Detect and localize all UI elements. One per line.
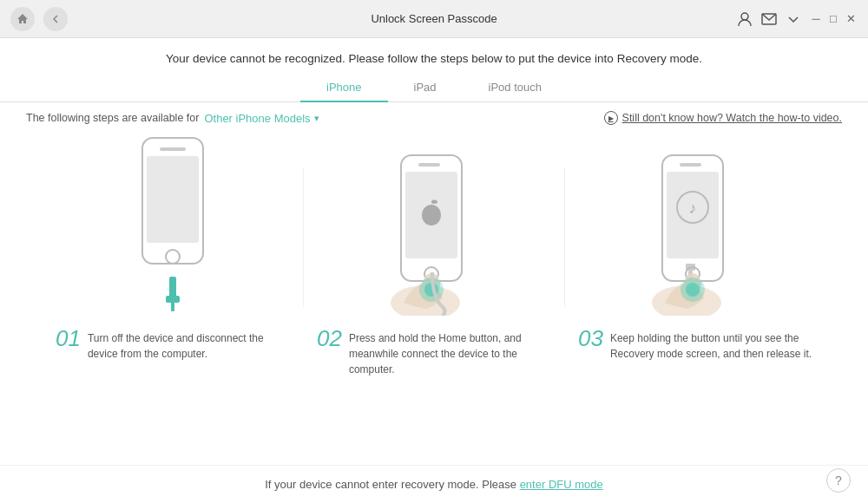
- step1-illustration: [134, 142, 212, 316]
- svg-rect-4: [147, 156, 199, 243]
- titlebar: Unlock Screen Passcode ─ □ ✕: [0, 0, 868, 38]
- step3-text: Keep holding the button until you see th…: [610, 327, 812, 362]
- step1-text: Turn off the device and disconnect the d…: [88, 327, 290, 362]
- footer-prefix: If your device cannot enter recovery mod…: [265, 478, 516, 491]
- subheader-prefix: The following steps are available for: [26, 112, 199, 124]
- window-title: Unlock Screen Passcode: [371, 12, 496, 25]
- model-label: Other iPhone Models: [204, 112, 310, 125]
- watch-video-text: Still don't know how? Watch the how-to v…: [622, 112, 842, 124]
- dfu-mode-link[interactable]: enter DFU mode: [520, 478, 603, 491]
- step3-desc: 03 Keep holding the button until you see…: [574, 327, 817, 362]
- minimize-button[interactable]: ─: [809, 12, 823, 26]
- svg-rect-10: [418, 163, 440, 167]
- tab-ipod[interactable]: iPod touch: [463, 74, 568, 102]
- svg-rect-19: [680, 163, 701, 167]
- play-icon: ▶: [604, 111, 618, 125]
- svg-point-29: [686, 283, 700, 297]
- svg-text:♪: ♪: [689, 199, 697, 217]
- model-selector[interactable]: Other iPhone Models ▾: [204, 112, 319, 125]
- tab-ipad[interactable]: iPad: [388, 74, 463, 102]
- help-button[interactable]: ?: [826, 468, 851, 493]
- step1-cable-svg: [155, 277, 190, 316]
- step2-illustration: [378, 142, 490, 316]
- step3-number: 03: [578, 327, 603, 349]
- svg-point-0: [741, 13, 748, 20]
- step2-number: 02: [317, 327, 342, 349]
- user-icon[interactable]: [736, 10, 753, 28]
- step1-number: 01: [56, 327, 81, 349]
- svg-rect-3: [160, 147, 186, 151]
- tab-iphone[interactable]: iPhone: [300, 74, 387, 102]
- step2-text: Press and hold the Home button, and mean…: [349, 327, 551, 377]
- titlebar-left: [10, 7, 68, 31]
- mail-icon[interactable]: [760, 10, 778, 28]
- dropdown-icon[interactable]: [785, 10, 802, 28]
- model-chevron: ▾: [314, 113, 319, 124]
- main-content: Your device cannot be recognized. Please…: [0, 38, 868, 503]
- step2-cable-svg: [425, 272, 451, 316]
- notice-bar: Your device cannot be recognized. Please…: [0, 38, 868, 74]
- close-button[interactable]: ✕: [844, 12, 858, 26]
- titlebar-right: ─ □ ✕: [736, 10, 858, 28]
- step3-hand-svg: [639, 246, 734, 316]
- step1-phone-svg: [134, 134, 212, 277]
- sub-header: The following steps are available for Ot…: [0, 102, 868, 134]
- step-1: 01 Turn off the device and disconnect th…: [43, 142, 303, 362]
- svg-rect-6: [169, 277, 176, 298]
- step-2: 02 Press and hold the Home button, and m…: [304, 142, 564, 377]
- back-button[interactable]: [43, 7, 68, 31]
- step2-desc: 02 Press and hold the Home button, and m…: [312, 327, 556, 377]
- maximize-button[interactable]: □: [826, 12, 840, 26]
- steps-area: 01 Turn off the device and disconnect th…: [0, 134, 868, 465]
- step1-desc: 01 Turn off the device and disconnect th…: [51, 327, 294, 362]
- step-3: ♪ 03: [565, 142, 825, 362]
- notice-text: Your device cannot be recognized. Please…: [166, 52, 702, 65]
- footer: If your device cannot enter recovery mod…: [0, 465, 868, 503]
- window-controls: ─ □ ✕: [809, 12, 858, 26]
- watch-video-link[interactable]: ▶ Still don't know how? Watch the how-to…: [604, 111, 842, 125]
- step3-illustration: ♪: [639, 142, 752, 316]
- tabs-container: iPhone iPad iPod touch: [0, 74, 868, 102]
- svg-rect-8: [171, 301, 174, 311]
- home-button[interactable]: [10, 7, 35, 31]
